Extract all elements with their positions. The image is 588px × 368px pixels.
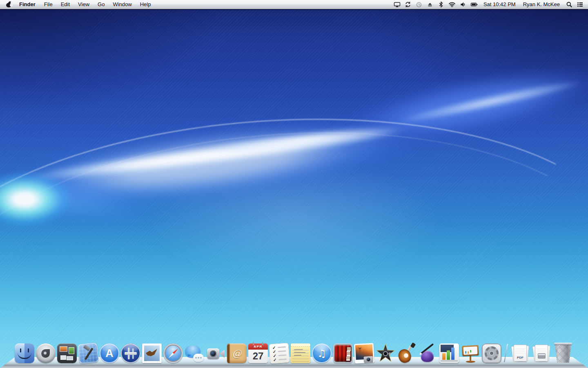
dock-divider[interactable] (503, 343, 509, 363)
compass-needle-icon (168, 348, 179, 359)
gear-icon (485, 346, 499, 360)
time-machine-icon[interactable] (414, 0, 425, 9)
dock-item-pages[interactable] (418, 343, 438, 363)
podium-icon (462, 345, 479, 356)
notification-list-icon[interactable] (575, 0, 586, 9)
dock-item-photo-booth[interactable] (333, 343, 353, 363)
dock-item-safari[interactable] (163, 343, 183, 363)
wifi-icon[interactable] (447, 0, 458, 9)
dock-item-reminders[interactable]: ✓ ✓ ✓ ✓ (269, 343, 290, 364)
calendar-day: 27 (248, 349, 268, 363)
dock: A (0, 336, 588, 368)
hard-drive-icon (538, 353, 546, 359)
menu-clock[interactable]: Sat 10:42 PM (480, 0, 519, 9)
ruler-icon (125, 352, 137, 355)
menu-file[interactable]: File (40, 0, 57, 9)
dock-item-pdf-stack[interactable]: PDF (510, 343, 530, 363)
volume-icon[interactable] (458, 0, 469, 9)
dock-item-notes[interactable] (291, 343, 310, 363)
dock-item-system-preferences[interactable] (482, 343, 501, 363)
trash-basket-icon (555, 344, 571, 363)
apple-menu[interactable] (2, 0, 15, 9)
menu-user[interactable]: Ryan K. McKee (519, 0, 564, 9)
pdf-label: PDF (514, 356, 527, 359)
rocket-icon (41, 349, 50, 358)
movie-camera-icon (383, 351, 388, 356)
dock-item-itunes[interactable]: ♫ (312, 343, 332, 363)
at-sign: @ (227, 343, 247, 363)
battery-icon[interactable] (469, 0, 480, 9)
dock-item-garageband[interactable] (397, 343, 416, 363)
spotlight-icon[interactable] (564, 0, 575, 9)
menu-view[interactable]: View (74, 0, 94, 9)
eject-icon[interactable] (425, 0, 436, 9)
desktop: Finder File Edit View Go Window Help (0, 0, 588, 368)
camera-icon (363, 356, 373, 363)
dock-item-contacts[interactable]: @ (227, 343, 247, 363)
dock-item-keynote[interactable] (461, 343, 480, 363)
photo-strip-icon (345, 346, 352, 362)
dock-item-facetime[interactable] (206, 343, 225, 363)
dock-item-finder[interactable] (15, 343, 34, 363)
dock-item-tools-app[interactable] (121, 343, 140, 363)
menu-window[interactable]: Window (109, 0, 136, 9)
apple-logo-icon (6, 2, 11, 7)
menu-go[interactable]: Go (94, 0, 109, 9)
bluetooth-icon[interactable] (436, 0, 447, 9)
dock-item-xcode[interactable] (78, 343, 99, 364)
menu-bar: Finder File Edit View Go Window Help (0, 0, 588, 9)
dock-items: A (0, 342, 588, 363)
wallpaper (0, 0, 588, 368)
bar-chart-icon (442, 353, 445, 360)
dock-item-mail[interactable] (142, 343, 162, 363)
dock-item-calendar[interactable]: APR 27 (248, 343, 268, 363)
dock-item-numbers[interactable] (439, 343, 459, 363)
dock-item-iphoto[interactable] (354, 343, 374, 364)
menu-edit[interactable]: Edit (57, 0, 74, 9)
menu-status-area: Sat 10:42 PM Ryan K. McKee (392, 0, 586, 9)
airplay-display-icon[interactable] (392, 0, 403, 9)
dock-item-app-store[interactable]: A (100, 343, 119, 363)
dock-item-mission-control[interactable] (57, 343, 77, 363)
menu-app-finder[interactable]: Finder (15, 0, 40, 9)
wave-left-glow (0, 164, 86, 235)
dock-item-trash[interactable] (553, 342, 573, 363)
dock-item-imovie[interactable] (376, 343, 395, 363)
sync-icon[interactable] (403, 0, 414, 9)
dock-item-launchpad[interactable] (36, 343, 56, 363)
menu-help[interactable]: Help (136, 0, 155, 9)
dock-item-messages[interactable] (185, 343, 204, 363)
dock-item-documents-stack[interactable] (532, 343, 551, 363)
